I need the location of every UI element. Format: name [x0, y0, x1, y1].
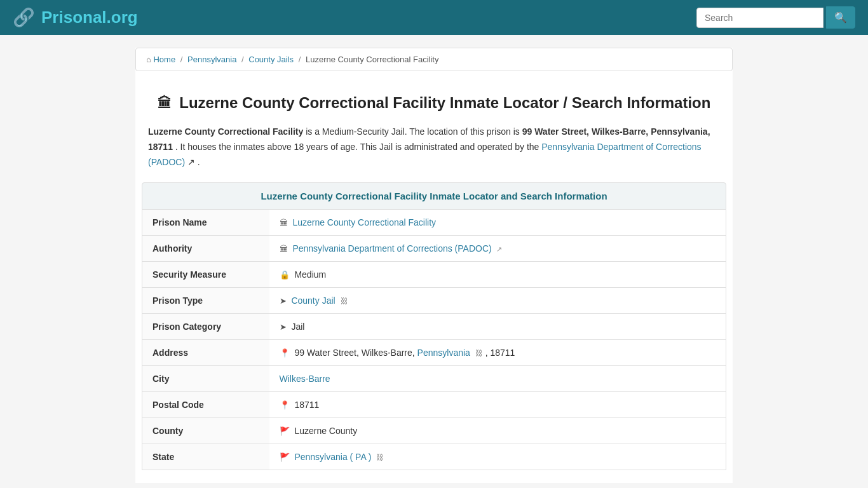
logo-area: 🔗 Prisonal.org	[13, 7, 138, 28]
logo-tld: .org	[107, 8, 138, 27]
page-title-text: Luzerne County Correctional Facility Inm…	[179, 94, 710, 111]
authority-link[interactable]: Pennsylvania Department of Corrections (…	[292, 243, 491, 254]
address-chain-icon: ⛓	[475, 349, 483, 358]
breadcrumb-sep3: /	[299, 55, 301, 64]
postal-icon: 📍	[280, 400, 290, 410]
row-label: Postal Code	[142, 392, 269, 418]
info-section-header: Luzerne County Correctional Facility Inm…	[142, 182, 726, 210]
security-icon: 🔒	[280, 270, 290, 280]
row-label: City	[142, 366, 269, 392]
site-header: 🔗 Prisonal.org 🔍	[0, 0, 868, 35]
row-value: Wilkes-Barre	[269, 366, 726, 392]
search-input[interactable]	[696, 8, 824, 28]
row-value: ➤ County Jail ⛓	[269, 288, 726, 314]
address-icon: 📍	[280, 348, 290, 358]
authority-icon: 🏛	[280, 244, 288, 254]
row-value: 🔒 Medium	[269, 262, 726, 288]
address-prefix: 99 Water Street, Wilkes-Barre,	[294, 348, 417, 358]
chain-icon: ⛓	[341, 297, 348, 306]
row-value: 📍 18711	[269, 392, 726, 418]
prison-type-link[interactable]: County Jail	[291, 295, 335, 306]
page-title-section: 🏛 Luzerne County Correctional Facility I…	[135, 84, 733, 125]
description-block: Luzerne County Correctional Facility is …	[135, 125, 733, 182]
search-area: 🔍	[696, 6, 855, 29]
security-value: Medium	[294, 269, 326, 280]
row-label: State	[142, 444, 269, 470]
home-icon: ⌂	[146, 55, 151, 64]
ext-icon: ↗	[496, 245, 502, 253]
table-row: Prison Name 🏛 Luzerne County Correctiona…	[142, 210, 726, 236]
county-icon: 🚩	[280, 426, 290, 436]
description-text1: is a Medium-Security Jail. The location …	[306, 126, 522, 137]
row-label: Prison Name	[142, 210, 269, 236]
state-icon: 🚩	[280, 452, 290, 462]
table-row: County 🚩 Luzerne County	[142, 418, 726, 444]
row-value: 🏛 Pennsylvania Department of Corrections…	[269, 236, 726, 262]
logo-icon: 🔗	[13, 7, 35, 28]
table-row: City Wilkes-Barre	[142, 366, 726, 392]
row-value: ➤ Jail	[269, 314, 726, 340]
info-section: Luzerne County Correctional Facility Inm…	[142, 182, 726, 470]
address-state-link[interactable]: Pennsylvania	[417, 348, 470, 358]
row-value: 🚩 Pennsylvania ( PA ) ⛓	[269, 444, 726, 470]
address-suffix: , 18711	[485, 348, 515, 358]
table-row: State 🚩 Pennsylvania ( PA ) ⛓	[142, 444, 726, 470]
table-row: Address 📍 99 Water Street, Wilkes-Barre,…	[142, 340, 726, 366]
description-end: .	[198, 157, 200, 167]
row-label: Address	[142, 340, 269, 366]
breadcrumb: ⌂ Home / Pennsylvania / County Jails / L…	[135, 48, 733, 71]
ext-icon-desc: ↗	[187, 157, 195, 167]
row-value: 📍 99 Water Street, Wilkes-Barre, Pennsyl…	[269, 340, 726, 366]
site-logo[interactable]: Prisonal.org	[41, 8, 138, 27]
table-row: Authority 🏛 Pennsylvania Department of C…	[142, 236, 726, 262]
row-label: Prison Category	[142, 314, 269, 340]
table-row: Prison Type ➤ County Jail ⛓	[142, 288, 726, 314]
row-label: County	[142, 418, 269, 444]
page-title: 🏛 Luzerne County Correctional Facility I…	[148, 94, 720, 112]
state-chain-icon: ⛓	[376, 453, 384, 462]
table-row: Postal Code 📍 18711	[142, 392, 726, 418]
table-row: Security Measure 🔒 Medium	[142, 262, 726, 288]
main-content: ⌂ Home / Pennsylvania / County Jails / L…	[135, 48, 733, 483]
prison-name-link[interactable]: Luzerne County Correctional Facility	[292, 217, 436, 227]
prison-name-icon: 🏛	[280, 218, 288, 227]
description-paragraph: Luzerne County Correctional Facility is …	[148, 125, 720, 170]
breadcrumb-pennsylvania[interactable]: Pennsylvania	[187, 55, 236, 64]
postal-value: 18711	[294, 400, 319, 410]
category-icon: ➤	[280, 322, 287, 332]
city-link[interactable]: Wilkes-Barre	[280, 374, 330, 384]
row-label: Authority	[142, 236, 269, 262]
breadcrumb-current: Luzerne County Correctional Facility	[306, 55, 439, 64]
row-label: Prison Type	[142, 288, 269, 314]
breadcrumb-sep2: /	[241, 55, 244, 64]
row-value: 🏛 Luzerne County Correctional Facility	[269, 210, 726, 236]
row-label: Security Measure	[142, 262, 269, 288]
facility-name-bold: Luzerne County Correctional Facility	[148, 126, 303, 137]
breadcrumb-home[interactable]: Home	[153, 55, 175, 64]
search-button[interactable]: 🔍	[826, 6, 855, 29]
breadcrumb-sep1: /	[180, 55, 183, 64]
state-link[interactable]: Pennsylvania ( PA )	[294, 452, 371, 462]
description-text2: . It houses the inmates above 18 years o…	[175, 142, 541, 152]
row-value: 🚩 Luzerne County	[269, 418, 726, 444]
county-value: Luzerne County	[294, 426, 357, 436]
category-value: Jail	[291, 322, 304, 332]
breadcrumb-county-jails[interactable]: County Jails	[248, 55, 294, 64]
table-row: Prison Category ➤ Jail	[142, 314, 726, 340]
info-table: Prison Name 🏛 Luzerne County Correctiona…	[142, 210, 726, 470]
type-icon: ➤	[280, 296, 287, 306]
building-icon: 🏛	[158, 95, 172, 111]
logo-name: Prisonal	[41, 8, 107, 27]
